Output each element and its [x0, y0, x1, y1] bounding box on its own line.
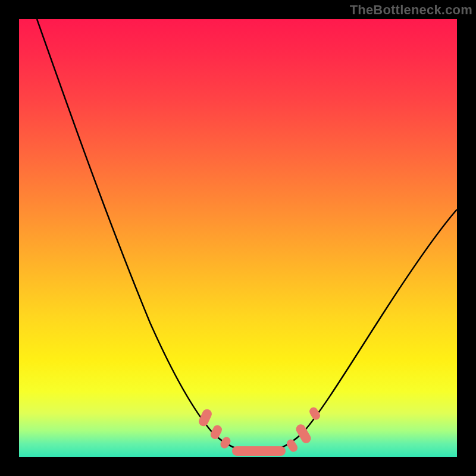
marker-dot	[197, 408, 213, 428]
marker-dot	[308, 406, 321, 421]
marker-group	[197, 406, 321, 456]
bottleneck-curve-svg	[19, 19, 457, 457]
marker-dot	[219, 436, 232, 450]
marker-dot	[232, 446, 286, 456]
marker-dot	[295, 422, 313, 444]
bottleneck-curve	[37, 19, 457, 452]
watermark-text: TheBottleneck.com	[350, 2, 472, 18]
plot-area	[19, 19, 457, 457]
chart-frame: TheBottleneck.com	[0, 0, 476, 476]
marker-dot	[285, 438, 299, 453]
